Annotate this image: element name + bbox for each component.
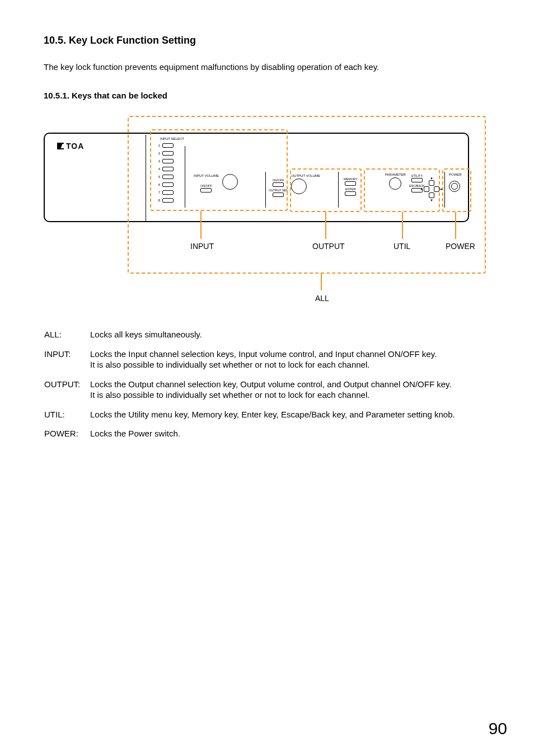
panel-divider xyxy=(338,172,339,208)
def-desc-power: Locks the Power switch. xyxy=(90,428,456,447)
def-desc-output: Locks the Output channel selection key, … xyxy=(90,378,456,408)
onoff-label: ON/OFF xyxy=(269,179,288,182)
def-term-output: OUTPUT: xyxy=(44,378,90,408)
channel-number: 4 xyxy=(154,167,160,171)
subsection-heading: 10.5.1. Keys that can be locked xyxy=(44,91,490,100)
channel-number: 6 xyxy=(154,183,160,186)
page-number: 90 xyxy=(489,719,507,738)
parameter-cluster: PARAMETER UTILITY ESC/BACK xyxy=(385,173,425,192)
panel-divider xyxy=(265,172,266,208)
def-term-input: INPUT: xyxy=(44,348,90,378)
panel-divider xyxy=(444,172,445,208)
intro-text: The key lock function prevents equipment… xyxy=(44,62,490,72)
group-label-all: ALL xyxy=(315,294,329,303)
input-volume-cluster: INPUT VOLUME ON/OFF xyxy=(194,174,238,192)
parameter-knob xyxy=(389,177,401,190)
enter-key xyxy=(345,191,356,196)
panel-divider xyxy=(185,146,185,208)
definition-list: ALL: Locks all keys simultaneously. INPU… xyxy=(44,328,456,447)
def-desc-util: Locks the Utility menu key, Memory key, … xyxy=(90,408,456,428)
input-volume-label: INPUT VOLUME xyxy=(194,174,219,177)
down-arrow-icon: ▼ xyxy=(430,199,433,202)
onoff-key xyxy=(200,188,212,192)
channel-key xyxy=(162,175,174,179)
power-switch xyxy=(449,181,460,192)
parameter-label: PARAMETER xyxy=(385,173,406,176)
enter-label: ENTER xyxy=(344,187,358,191)
power-label: POWER xyxy=(449,173,462,176)
group-label-util: UTIL xyxy=(394,242,410,251)
def-term-power: POWER: xyxy=(44,428,90,447)
channel-key xyxy=(162,151,174,156)
group-label-output: OUTPUT xyxy=(312,242,345,251)
onoff-label: ON/OFF xyxy=(194,184,219,187)
memory-key xyxy=(345,181,356,186)
def-desc-all: Locks all keys simultaneously. xyxy=(90,328,456,348)
channel-number: 2 xyxy=(154,152,160,155)
group-label-input: INPUT xyxy=(190,242,214,251)
device-panel: TOA INPUT SELECT 1 2 3 4 5 6 7 8 INPUT V… xyxy=(45,134,468,221)
toa-logo: TOA xyxy=(57,142,84,151)
input-volume-knob xyxy=(222,174,238,190)
channel-key xyxy=(162,182,174,187)
diagram: INPUT OUTPUT UTIL POWER ALL TOA INPUT SE… xyxy=(44,116,480,306)
channel-number: 3 xyxy=(154,159,160,163)
channel-number: 5 xyxy=(154,175,160,179)
util-cluster: MEMORY ENTER xyxy=(344,173,358,196)
channel-key xyxy=(162,159,174,163)
channel-key xyxy=(162,167,174,171)
right-arrow-icon: ► xyxy=(440,187,443,191)
section-heading: 10.5. Key Lock Function Setting xyxy=(44,35,490,46)
channel-key xyxy=(162,143,174,148)
down-key xyxy=(429,192,434,198)
def-term-util: UTIL: xyxy=(44,408,90,428)
output-sel-key xyxy=(273,192,284,197)
output-volume-knob xyxy=(291,179,307,194)
power-cluster: POWER xyxy=(449,173,462,192)
leader-line xyxy=(321,274,322,290)
channel-number: 7 xyxy=(154,191,160,194)
memory-label: MEMORY xyxy=(344,177,358,181)
up-arrow-icon: ▲ xyxy=(430,176,433,180)
left-arrow-icon: ◄ xyxy=(420,187,423,191)
output-volume-label: OUTPUT VOLUME xyxy=(291,174,320,177)
input-select-label: INPUT SELECT xyxy=(160,137,184,140)
group-label-power: POWER xyxy=(446,242,475,251)
input-select-column: INPUT SELECT 1 2 3 4 5 6 7 8 xyxy=(154,137,184,204)
output-volume-cluster: ON/OFF OUTPUT SEL OUTPUT VOLUME xyxy=(269,174,320,197)
channel-number: 1 xyxy=(154,144,160,147)
left-key xyxy=(424,186,429,192)
output-sel-label: OUTPUT SEL xyxy=(269,189,288,192)
up-key xyxy=(429,180,434,186)
def-desc-input: Locks the Input channel selection keys, … xyxy=(90,348,456,378)
onoff-key xyxy=(273,182,284,187)
channel-number: 8 xyxy=(154,199,160,202)
channel-key xyxy=(162,198,174,203)
def-term-all: ALL: xyxy=(44,328,90,348)
right-key xyxy=(434,186,439,192)
channel-key xyxy=(162,190,174,195)
dpad-cluster: ▲ ◄ ► ▼ xyxy=(420,176,443,202)
